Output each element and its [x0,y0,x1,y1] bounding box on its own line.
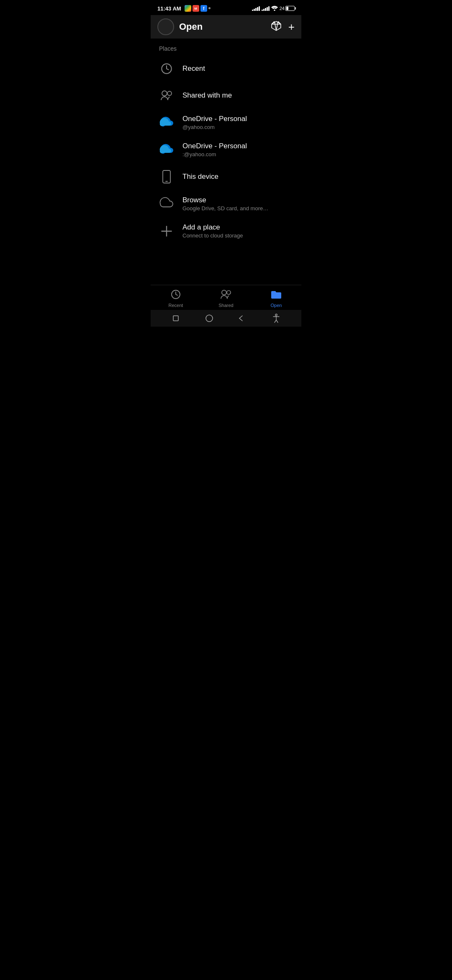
home-circle-button[interactable] [203,312,215,324]
svg-point-8 [162,91,167,96]
onedrive-personal-2-title: OneDrive - Personal [182,142,293,150]
svg-line-5 [274,21,276,31]
header-actions: + [271,21,295,33]
accessibility-button[interactable] [270,312,282,324]
this-device-title: This device [182,173,293,181]
recent-title: Recent [182,64,293,73]
browse-text: Browse Google Drive, SD card, and more… [182,196,293,211]
nav-recent[interactable]: Recent [163,289,188,308]
svg-point-16 [227,290,231,294]
add-place-text: Add a place Connect to cloud storage [182,223,293,239]
onedrive-personal-1-text: OneDrive - Personal @yahoo.com [182,115,293,130]
nav-open-icon [270,289,282,301]
this-device-item[interactable]: This device [151,163,301,190]
nav-recent-label: Recent [169,303,183,308]
recent-item[interactable]: Recent [151,55,301,82]
svg-point-18 [206,315,213,322]
google-workspace-icon [185,5,191,12]
notification-dot [208,7,211,9]
add-place-title: Add a place [182,223,293,232]
facebook-icon: f [200,5,207,12]
add-place-icon [159,224,174,239]
onedrive-personal-2-item[interactable]: OneDrive - Personal :@yahoo.com [151,136,301,163]
browse-title: Browse [182,196,293,204]
onedrive-personal-1-subtitle: @yahoo.com [182,124,293,130]
nav-shared[interactable]: Shared [213,289,239,308]
shared-with-me-title: Shared with me [182,91,293,100]
home-square-button[interactable] [170,312,182,324]
svg-rect-17 [173,316,178,321]
svg-line-23 [276,320,278,322]
onedrive-1-icon [159,115,174,130]
signal-bars-2 [262,6,270,11]
people-icon [159,88,174,103]
nav-shared-label: Shared [218,303,233,308]
nav-shared-icon [220,289,232,301]
back-button[interactable] [237,312,249,324]
system-nav-bar [151,310,301,327]
avatar[interactable] [157,18,174,35]
shared-with-me-item[interactable]: Shared with me [151,82,301,109]
wifi-icon [271,5,278,12]
nav-open[interactable]: Open [264,289,289,308]
svg-point-9 [167,91,172,95]
browse-subtitle: Google Drive, SD card, and more… [182,205,293,211]
onedrive-personal-2-subtitle: :@yahoo.com [182,151,293,157]
status-bar: 11:43 AM M f [151,0,301,15]
onedrive-personal-2-text: OneDrive - Personal :@yahoo.com [182,142,293,157]
onedrive-personal-1-title: OneDrive - Personal [182,115,293,123]
svg-line-22 [275,320,276,322]
page-title: Open [179,21,271,32]
battery-indicator: 24 [280,6,295,11]
browse-item[interactable]: Browse Google Drive, SD card, and more… [151,190,301,217]
recent-text: Recent [182,64,293,73]
status-time: 11:43 AM [157,5,181,12]
clock-icon [159,61,174,76]
add-button[interactable]: + [288,21,295,32]
browse-cloud-icon [159,196,174,211]
svg-point-0 [274,10,275,11]
gmail-icon: M [193,5,199,12]
add-place-subtitle: Connect to cloud storage [182,232,293,239]
svg-point-19 [275,314,277,316]
header: Open + [151,15,301,39]
signal-bars-1 [252,6,260,11]
status-icons: 24 [252,5,295,12]
this-device-text: This device [182,173,293,181]
nav-recent-icon [171,289,181,301]
svg-point-15 [222,290,226,294]
shared-with-me-text: Shared with me [182,91,293,100]
onedrive-2-icon [159,142,174,157]
phone-icon [159,169,174,184]
nav-open-label: Open [271,303,282,308]
diamond-button[interactable] [271,21,282,33]
svg-line-6 [276,21,278,31]
onedrive-personal-1-item[interactable]: OneDrive - Personal @yahoo.com [151,109,301,136]
battery-level: 24 [280,6,285,11]
add-place-item[interactable]: Add a place Connect to cloud storage [151,217,301,245]
places-section-label: Places [151,39,301,55]
bottom-nav: Recent Shared Open [151,285,301,310]
